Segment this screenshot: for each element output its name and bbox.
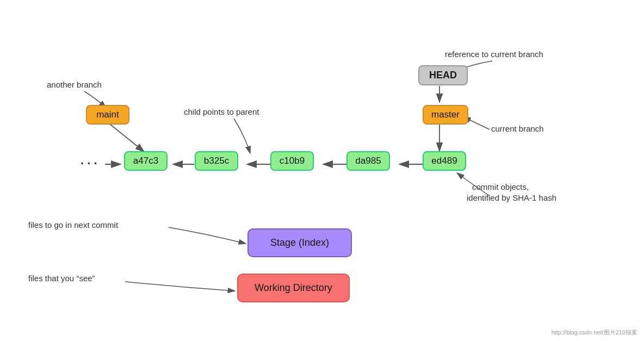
annotation-files-next-commit: files to go in next commit [28,220,118,230]
annotation-commit-objects: commit objects, [472,182,529,191]
watermark: http://blog.csdn.net/图片210猫案 [552,328,637,337]
annotation-another-branch: another branch [47,80,102,89]
stage-box: Stage (Index) [247,228,352,257]
annotation-ref-current-branch: reference to current branch [445,49,543,59]
commit-a47c3: a47c3 [124,151,168,171]
svg-line-7 [108,122,144,152]
annotation-files-see: files that you “see” [28,274,95,283]
annotation-current-branch: current branch [491,124,544,133]
commit-ed489: ed489 [423,151,466,171]
diagram-container: · · · a47c3 b325c c10b9 da985 ed489 main… [0,0,644,341]
annotation-identified-by: identified by SHA-1 hash [467,193,556,202]
working-directory-box: Working Directory [237,274,350,302]
branch-master: master [423,105,468,125]
branch-maint: maint [86,105,129,125]
annotation-child-points: child points to parent [184,107,259,116]
dots-label: · · · [81,157,97,171]
head-box: HEAD [418,65,468,85]
commit-da985: da985 [346,151,390,171]
commit-b325c: b325c [195,151,238,171]
commit-c10b9: c10b9 [270,151,314,171]
